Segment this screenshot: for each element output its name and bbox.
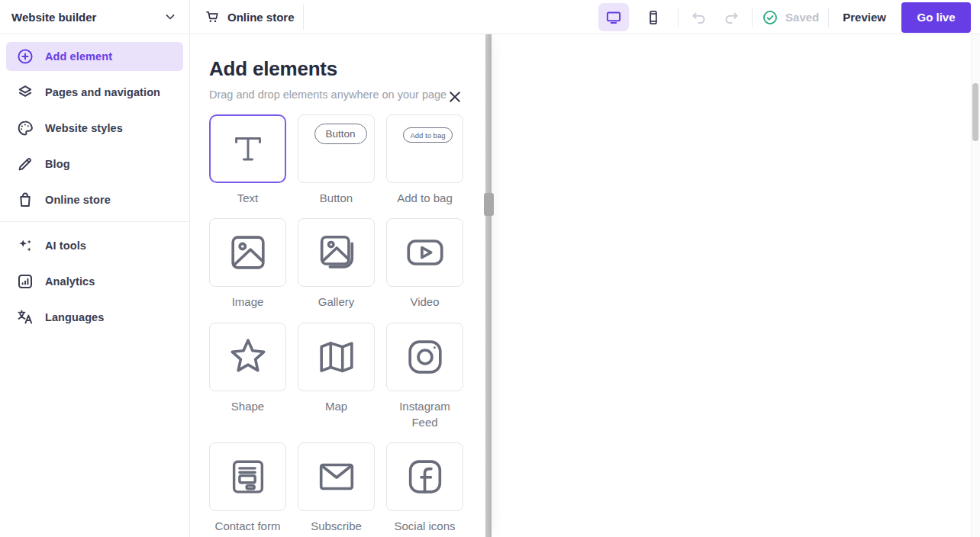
button-pill-icon: Button bbox=[314, 127, 359, 171]
sidebar-item-label: Online store bbox=[45, 194, 111, 206]
sidebar-item[interactable]: Analytics bbox=[6, 267, 183, 296]
plus-circle-icon bbox=[16, 47, 34, 66]
element-tile-label: Gallery bbox=[318, 294, 355, 310]
element-tile[interactable]: Button Button bbox=[298, 114, 375, 206]
divider bbox=[828, 8, 829, 27]
envelope-icon bbox=[314, 455, 359, 499]
element-tile-box[interactable]: Button bbox=[298, 114, 375, 183]
sidebar-item-label: Analytics bbox=[45, 275, 95, 288]
website-builder-menu[interactable]: Website builder bbox=[0, 0, 190, 34]
sidebar-item[interactable]: Add element bbox=[6, 42, 183, 71]
pencil-icon bbox=[16, 155, 34, 173]
element-tile[interactable]: Text bbox=[209, 114, 286, 206]
gallery-icon bbox=[314, 230, 359, 275]
element-tile[interactable]: Contact form bbox=[209, 442, 286, 534]
element-tile-label: Social icons bbox=[394, 518, 455, 534]
element-tile-label: Text bbox=[237, 190, 259, 206]
page-canvas[interactable] bbox=[492, 34, 971, 537]
topbar-divider bbox=[303, 5, 304, 30]
check-circle-icon bbox=[762, 9, 779, 26]
element-tile-box[interactable] bbox=[386, 218, 463, 287]
undo-icon bbox=[690, 8, 708, 27]
element-tile-label: Subscribe bbox=[311, 518, 362, 534]
element-tile-box[interactable] bbox=[209, 442, 286, 511]
element-tiles-grid: Text Button Button Add to bag Add to bag bbox=[209, 114, 463, 534]
sidebar-item[interactable]: Blog bbox=[6, 150, 183, 178]
element-tile-label: Image bbox=[232, 294, 264, 310]
online-store-menu-button[interactable]: Online store bbox=[190, 9, 295, 24]
element-tile-label: Add to bag bbox=[397, 190, 453, 206]
panel-scrollbar-thumb[interactable] bbox=[484, 193, 494, 216]
map-icon bbox=[314, 335, 359, 379]
sidebar-divider bbox=[0, 221, 189, 222]
save-status: Saved bbox=[762, 9, 819, 26]
text-serif-icon bbox=[226, 127, 270, 171]
panel-scrollbar-track[interactable] bbox=[485, 34, 492, 537]
undo-button[interactable] bbox=[688, 6, 711, 29]
button-pill-small-icon: Add to bag bbox=[403, 127, 447, 171]
sidebar-item-label: Blog bbox=[45, 158, 70, 170]
element-tile-box[interactable] bbox=[386, 442, 463, 511]
translate-icon bbox=[16, 308, 34, 326]
desktop-icon bbox=[605, 9, 622, 26]
sidebar-item[interactable]: AI tools bbox=[6, 231, 183, 260]
sidebar-item[interactable]: Online store bbox=[6, 185, 183, 214]
panel-subtitle: Drag and drop elements anywhere on your … bbox=[209, 88, 463, 101]
element-tile[interactable]: Video bbox=[386, 218, 463, 310]
preview-button[interactable]: Preview bbox=[838, 11, 891, 24]
element-tile-label: Shape bbox=[231, 398, 264, 414]
sidebar-item-label: Languages bbox=[45, 311, 104, 323]
page-scrollbar-track[interactable] bbox=[971, 34, 980, 537]
element-tile[interactable]: Social icons bbox=[386, 442, 463, 534]
element-tile-label: Contact form bbox=[215, 518, 281, 534]
contact-form-icon bbox=[226, 455, 270, 499]
sidebar-item[interactable]: Languages bbox=[6, 303, 183, 332]
element-tile-box[interactable] bbox=[209, 218, 286, 287]
element-tile[interactable]: Gallery bbox=[298, 218, 375, 310]
redo-button[interactable] bbox=[720, 6, 743, 29]
palette-icon bbox=[16, 119, 34, 137]
element-tile[interactable]: Add to bag Add to bag bbox=[386, 114, 463, 206]
mobile-view-button[interactable] bbox=[638, 3, 669, 31]
element-tile-label: Map bbox=[325, 398, 347, 414]
sidebar-item[interactable]: Website styles bbox=[6, 114, 183, 143]
element-tile-box[interactable]: Add to bag bbox=[386, 114, 463, 183]
element-tile-box[interactable] bbox=[298, 218, 375, 287]
element-tile-box[interactable] bbox=[386, 323, 463, 391]
element-tile-box[interactable] bbox=[298, 442, 375, 511]
page-scrollbar-thumb[interactable] bbox=[972, 83, 978, 141]
element-tile-box[interactable] bbox=[209, 323, 286, 391]
sidebar: Add element Pages and navigation Website… bbox=[0, 34, 190, 537]
sidebar-item[interactable]: Pages and navigation bbox=[6, 78, 183, 107]
go-live-button[interactable]: Go live bbox=[901, 2, 971, 33]
layers-icon bbox=[16, 83, 34, 101]
shopping-bag-icon bbox=[16, 191, 34, 209]
element-tile[interactable]: Image bbox=[209, 218, 286, 310]
chevron-down-icon bbox=[163, 9, 178, 24]
element-tile-box[interactable] bbox=[209, 114, 286, 183]
sidebar-item-label: Website styles bbox=[45, 122, 123, 134]
element-tile[interactable]: Map bbox=[298, 323, 375, 431]
analytics-icon bbox=[16, 272, 34, 291]
element-tile[interactable]: Instagram Feed bbox=[386, 323, 463, 431]
facebook-icon bbox=[403, 455, 447, 499]
sidebar-item-label: AI tools bbox=[45, 240, 86, 252]
instagram-icon bbox=[403, 335, 447, 379]
star-icon bbox=[226, 335, 270, 379]
close-icon[interactable] bbox=[446, 88, 464, 106]
element-tile[interactable]: Shape bbox=[209, 323, 286, 431]
divider bbox=[752, 8, 753, 27]
element-tile-label: Video bbox=[410, 294, 439, 310]
element-tile-box[interactable] bbox=[298, 323, 375, 391]
sparkles-icon bbox=[16, 236, 34, 255]
saved-label: Saved bbox=[785, 11, 819, 24]
image-icon bbox=[226, 230, 270, 275]
topbar-actions: Saved Preview Go live bbox=[598, 0, 971, 34]
sidebar-item-label: Add element bbox=[45, 50, 112, 63]
desktop-view-button[interactable] bbox=[598, 3, 629, 31]
video-icon bbox=[403, 230, 447, 275]
mobile-icon bbox=[645, 9, 662, 26]
element-tile[interactable]: Subscribe bbox=[298, 442, 375, 534]
cart-icon bbox=[205, 9, 220, 24]
add-elements-panel: Add elements Drag and drop elements anyw… bbox=[191, 34, 485, 537]
